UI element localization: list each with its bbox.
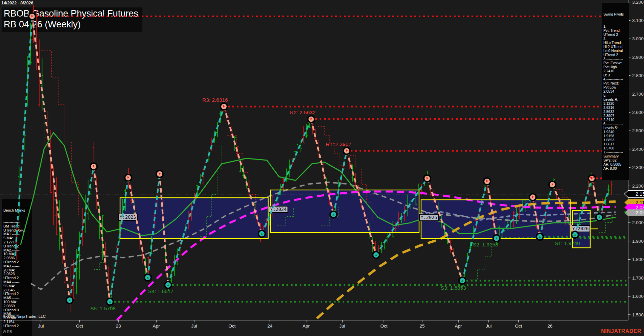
svg-text:Oct: Oct bbox=[380, 323, 387, 329]
svg-text:Apr: Apr bbox=[455, 323, 462, 329]
svg-text:R1: 2.3907: R1: 2.3907 bbox=[326, 141, 351, 147]
svg-text:Oct: Oct bbox=[76, 323, 83, 329]
svg-text:2.4000: 2.4000 bbox=[632, 147, 644, 152]
svg-text:2.5000: 2.5000 bbox=[632, 128, 644, 133]
svg-text:Jul: Jul bbox=[38, 323, 44, 329]
price-bars bbox=[15, 5, 613, 312]
panel-line: Lo:0 Neutral bbox=[603, 49, 627, 53]
panel-line: Pvt High bbox=[603, 65, 627, 69]
ninjatrader-logo: NINJATRADER bbox=[601, 328, 641, 334]
panel-line: 4.-------------- bbox=[603, 77, 627, 81]
panel-line: Levels S: bbox=[603, 126, 627, 130]
zigzag-swings bbox=[15, 16, 609, 302]
svg-text:1.8000: 1.8000 bbox=[632, 257, 644, 262]
svg-text:2.7000: 2.7000 bbox=[632, 92, 644, 97]
year-range-boxes bbox=[120, 190, 590, 248]
trail-stop-steps bbox=[41, 51, 612, 280]
panel-line: 2.-------------- bbox=[603, 37, 627, 41]
svg-text:Oct: Oct bbox=[228, 323, 235, 329]
panel-line: Hi:2 UTrend bbox=[603, 45, 627, 49]
panel-line: Pvt. Trend: bbox=[603, 28, 627, 32]
svg-text:1.6000: 1.6000 bbox=[632, 294, 644, 299]
panel-line: 2.2410 bbox=[603, 118, 627, 122]
svg-text:24: 24 bbox=[267, 323, 273, 329]
svg-text:Jul: Jul bbox=[486, 323, 491, 329]
svg-text:S4: 1.6617: S4: 1.6617 bbox=[148, 288, 174, 294]
series-label: W RB bbox=[3, 330, 12, 334]
panel-line: 1.9158 bbox=[603, 134, 627, 138]
svg-text:2.6000: 2.6000 bbox=[632, 110, 644, 115]
swing-pivots-title: Swing Pivots bbox=[603, 12, 627, 16]
svg-text:S5: 1.5708: S5: 1.5708 bbox=[90, 306, 116, 311]
panel-line: D: 3 bbox=[603, 73, 627, 77]
panel-line: 3.-------------- bbox=[603, 57, 627, 61]
svg-text:S1: 1.9240: S1: 1.9240 bbox=[555, 240, 580, 246]
panel-line: UTrend 2 bbox=[603, 32, 627, 37]
panel-line: 1.5708 bbox=[603, 146, 627, 150]
panel-line: 3.1220 bbox=[603, 101, 627, 105]
panel-line: 2.5632 bbox=[603, 110, 627, 114]
svg-text:3.2000: 3.2000 bbox=[632, 0, 644, 5]
svg-text:1.5000: 1.5000 bbox=[632, 312, 644, 317]
panel-line: 2.6316 bbox=[603, 105, 627, 110]
svg-text:Jul: Jul bbox=[339, 323, 345, 329]
panel-line: 2.3907 bbox=[603, 114, 627, 118]
svg-text:Y:2026: Y:2026 bbox=[572, 226, 589, 231]
svg-text:Apr: Apr bbox=[302, 323, 310, 329]
svg-text:3.0000: 3.0000 bbox=[632, 36, 644, 41]
svg-text:Apr: Apr bbox=[153, 323, 160, 329]
price-tags: 2.15642.11542.08592.0545 bbox=[624, 191, 644, 216]
svg-text:S2: 1.9158: S2: 1.9158 bbox=[473, 242, 498, 247]
svg-text:25: 25 bbox=[419, 323, 424, 329]
panel-line: Pvt. Next: bbox=[603, 81, 627, 85]
svg-text:1.7000: 1.7000 bbox=[632, 275, 644, 281]
svg-text:Oct: Oct bbox=[515, 323, 522, 329]
ninjatrader-chart-window: 14/2022 - 8/2026 RBOB Gasoline Physical … bbox=[0, 0, 644, 336]
panel-line: Pvt Low bbox=[603, 85, 627, 89]
pivot-level-lines bbox=[36, 16, 627, 302]
svg-text:23: 23 bbox=[116, 323, 121, 329]
panel-line: Summary bbox=[603, 154, 627, 158]
svg-text:2.9000: 2.9000 bbox=[632, 55, 644, 60]
svg-text:Y:2025: Y:2025 bbox=[421, 215, 437, 220]
price-chart[interactable]: Y:2023Y:2024Y:2025Y:2026R3: 2.6316R2: 2.… bbox=[0, 0, 644, 336]
panel-line: AR: 0.5085 bbox=[603, 162, 627, 166]
panel-line: 1.6853 bbox=[603, 138, 627, 142]
svg-text:2.2000: 2.2000 bbox=[632, 184, 644, 189]
panel-line: 2.0534 bbox=[603, 89, 627, 93]
panel-line: 7.-------------- bbox=[603, 150, 627, 154]
svg-text:Jul: Jul bbox=[191, 323, 197, 329]
svg-text:S3: 1.6853: S3: 1.6853 bbox=[441, 285, 466, 291]
panel-line: UTrend 2 bbox=[603, 53, 627, 57]
swing-pivots-lines: 1.--------------Pvt. Trend:UTrend 22.---… bbox=[603, 24, 627, 170]
panel-line: AF: 8.00 bbox=[603, 166, 627, 170]
panel-line: 5.-------------- bbox=[603, 93, 627, 97]
panel-line: HiLo Trend: bbox=[603, 41, 627, 45]
panel-line: 1.9240 bbox=[603, 130, 627, 134]
panel-line: Pvt. Evolve: bbox=[603, 61, 627, 65]
panel-line: 1.6617 bbox=[603, 142, 627, 146]
svg-text:2.8000: 2.8000 bbox=[632, 73, 644, 78]
pivot-markers bbox=[28, 12, 603, 306]
panel-line: 1.-------------- bbox=[603, 24, 627, 28]
svg-text:26: 26 bbox=[547, 323, 552, 329]
panel-line: 2.2410 bbox=[603, 69, 627, 73]
svg-text:2.0545: 2.0545 bbox=[636, 210, 644, 215]
swing-pivots-panel: Swing Pivots 1.--------------Pvt. Trend:… bbox=[602, 3, 629, 180]
svg-text:R2: 2.5632: R2: 2.5632 bbox=[290, 110, 316, 115]
svg-text:2.1564: 2.1564 bbox=[636, 191, 644, 197]
svg-text:2.3000: 2.3000 bbox=[632, 165, 644, 170]
svg-text:2.0000: 2.0000 bbox=[632, 220, 644, 225]
panel-line: 6.-------------- bbox=[603, 122, 627, 126]
panel-line: SP's: 62 bbox=[603, 158, 627, 162]
panel-line: Levels R: bbox=[603, 97, 627, 101]
svg-text:3.1000: 3.1000 bbox=[632, 18, 644, 23]
svg-text:R3: 2.6316: R3: 2.6316 bbox=[202, 97, 228, 103]
svg-text:1.9000: 1.9000 bbox=[632, 239, 644, 244]
